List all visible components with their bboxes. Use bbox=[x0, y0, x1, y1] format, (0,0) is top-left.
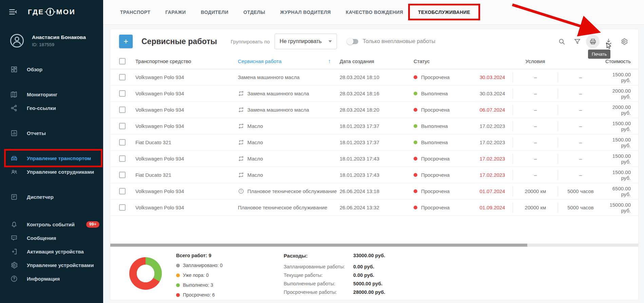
status-cell: Просрочена bbox=[414, 74, 472, 80]
table-row[interactable]: Volkswagen Polo 934Плановое техническое … bbox=[110, 183, 638, 200]
condition-km-cell: – bbox=[513, 170, 558, 180]
main-area: ТРАНСПОРТГАРАЖИВОДИТЕЛИОТДЕЛЫЖУРНАЛ ВОДИ… bbox=[103, 0, 644, 303]
created-cell: 18.01.2023 17:43 bbox=[340, 172, 414, 178]
table-row[interactable]: Volkswagen Polo 934Замена машинного масл… bbox=[110, 102, 638, 118]
sidebar-item-overview[interactable]: Обзор bbox=[0, 62, 103, 76]
row-checkbox[interactable] bbox=[119, 90, 126, 97]
row-checkbox[interactable] bbox=[119, 107, 126, 113]
filter-button[interactable] bbox=[570, 35, 584, 48]
header-created[interactable]: Дата создания bbox=[340, 58, 414, 64]
due-date-cell: 30.03.2024 bbox=[472, 74, 513, 80]
sidebar-item-label: Обзор bbox=[27, 67, 42, 72]
status-label: Выполнена bbox=[421, 91, 448, 96]
table-row[interactable]: Volkswagen Polo 934Плановое техническое … bbox=[110, 200, 638, 216]
cost-cell: 1500.00 руб. bbox=[603, 137, 631, 148]
created-cell: 28.03.2024 18:16 bbox=[340, 91, 414, 96]
tab-departments[interactable]: ОТДЕЛЫ bbox=[236, 10, 272, 15]
settings-button[interactable] bbox=[617, 35, 631, 48]
condition-km-cell: – bbox=[513, 89, 558, 99]
chat-icon bbox=[10, 234, 18, 242]
due-date-cell: 17.02.2023 bbox=[472, 139, 513, 145]
due-date-cell: 17.02.2023 bbox=[472, 156, 513, 162]
map-icon bbox=[10, 91, 18, 98]
header-cost[interactable]: Стоимость bbox=[603, 58, 631, 64]
row-checkbox[interactable] bbox=[119, 74, 126, 80]
expense-row: Текущие работы:0.00 руб. bbox=[284, 272, 385, 278]
table-row[interactable]: Volkswagen Polo 934Масло18.01.2023 17:37… bbox=[110, 118, 638, 134]
sidebar-item-vehicle-management[interactable]: Управление транспортом bbox=[0, 151, 103, 165]
unplanned-only-toggle[interactable]: Только внеплановые работы bbox=[347, 38, 435, 44]
menu-collapse-icon[interactable] bbox=[8, 7, 18, 17]
group-by-select[interactable]: Не группировать bbox=[274, 34, 337, 49]
status-dot-icon bbox=[414, 92, 417, 95]
dispatcher-icon bbox=[10, 193, 18, 201]
maintenance-panel: + Сервисные работы Группировать по Не гр… bbox=[110, 29, 639, 300]
tab-drivers[interactable]: ВОДИТЕЛИ bbox=[193, 10, 236, 15]
status-label: Просрочена bbox=[421, 156, 450, 162]
table-row[interactable]: Fiat Ducato 321Масло18.01.2023 17:43Прос… bbox=[110, 167, 638, 183]
print-button[interactable] bbox=[586, 35, 600, 48]
table-row[interactable]: Volkswagen Polo 934Масло18.01.2023 17:43… bbox=[110, 151, 638, 167]
status-cell: Выполнена bbox=[414, 123, 472, 129]
sidebar-item-event-control[interactable]: Контроль событий99+ bbox=[0, 217, 103, 231]
row-checkbox[interactable] bbox=[119, 139, 126, 146]
sidebar-group: Обзор bbox=[0, 62, 103, 76]
toolbar: + Сервисные работы Группировать по Не гр… bbox=[110, 29, 638, 54]
sidebar-item-information[interactable]: Информация bbox=[0, 272, 103, 285]
sidebar-item-label: Управление устройствами bbox=[27, 262, 94, 268]
scrollbar-thumb[interactable] bbox=[110, 244, 527, 247]
condition-km-cell: – bbox=[513, 137, 558, 148]
table-row[interactable]: Volkswagen Polo 934Замена машинного масл… bbox=[110, 69, 638, 86]
tab-driver-journal[interactable]: ЖУРНАЛ ВОДИТЕЛЯ bbox=[273, 10, 338, 15]
legend-dot-icon bbox=[176, 283, 180, 287]
header-vehicle[interactable]: Транспортное средство bbox=[135, 58, 238, 64]
tab-garages[interactable]: ГАРАЖИ bbox=[158, 10, 193, 15]
avatar-icon bbox=[9, 33, 25, 49]
search-button[interactable] bbox=[555, 35, 568, 48]
user-profile[interactable]: Анастасия Бонакова ID: 187559 bbox=[0, 33, 103, 49]
repeat-icon bbox=[238, 123, 244, 129]
sidebar-item-monitoring[interactable]: Мониторинг bbox=[0, 88, 103, 101]
total-works-label: Всего работ: 9 bbox=[176, 253, 223, 258]
due-date-cell: 30.03.2024 bbox=[472, 91, 513, 96]
created-cell: 28.03.2024 18:10 bbox=[340, 74, 414, 80]
header-service[interactable]: Сервисная работа bbox=[238, 58, 340, 65]
expense-row: Запланированные работы:0.00 руб. bbox=[284, 264, 385, 269]
row-checkbox[interactable] bbox=[119, 172, 126, 178]
sidebar-item-label: Сообщения bbox=[27, 235, 56, 241]
user-name: Анастасия Бонакова bbox=[32, 34, 86, 40]
sidebar-item-geo-links[interactable]: Гео-ссылки bbox=[0, 101, 103, 115]
row-checkbox[interactable] bbox=[119, 188, 126, 194]
row-checkbox[interactable] bbox=[119, 204, 126, 211]
status-dot-icon bbox=[414, 75, 417, 79]
dashboard-icon bbox=[10, 65, 18, 73]
people-icon bbox=[10, 168, 18, 176]
sidebar-item-employee-management[interactable]: Управление сотрудниками bbox=[0, 165, 103, 178]
created-cell: 28.03.2024 18:20 bbox=[340, 107, 414, 113]
repeat-icon bbox=[238, 90, 244, 97]
service-cell: Замена машинного масла bbox=[238, 74, 340, 80]
legend-dot-icon bbox=[176, 273, 180, 277]
horizontal-scrollbar bbox=[110, 244, 638, 247]
sidebar-item-messages[interactable]: Сообщения bbox=[0, 231, 103, 245]
condition-hours-cell: – bbox=[558, 72, 603, 82]
row-checkbox[interactable] bbox=[119, 155, 126, 162]
sidebar-item-dispatcher[interactable]: Диспетчер bbox=[0, 190, 103, 204]
status-cell: Просрочена bbox=[414, 205, 472, 210]
header-conditions[interactable]: Условия bbox=[513, 54, 558, 69]
tab-maintenance[interactable]: ТЕХОБСЛУЖИВАНИЕ bbox=[411, 10, 478, 15]
table-row[interactable]: Volkswagen Polo 934Замена машинного масл… bbox=[110, 86, 638, 102]
row-checkbox[interactable] bbox=[119, 123, 126, 129]
sidebar-item-reports[interactable]: Отчеты bbox=[0, 126, 103, 140]
select-all-checkbox[interactable] bbox=[119, 58, 126, 64]
tab-driving-quality[interactable]: КАЧЕСТВО ВОЖДЕНИЯ bbox=[338, 10, 411, 15]
sidebar-item-device-management[interactable]: Управление устройствами bbox=[0, 258, 103, 272]
status-cell: Выполнена bbox=[414, 91, 472, 96]
condition-km-cell: – bbox=[513, 72, 558, 82]
header-status[interactable]: Статус bbox=[414, 58, 472, 64]
sidebar-item-device-activation[interactable]: Активация устройства bbox=[0, 245, 103, 258]
add-service-work-button[interactable]: + bbox=[119, 35, 133, 48]
tab-transport[interactable]: ТРАНСПОРТ bbox=[113, 10, 158, 15]
table-row[interactable]: Fiat Ducato 321Масло18.01.2023 17:37Выпо… bbox=[110, 134, 638, 151]
due-date-cell: 17.02.2023 bbox=[472, 172, 513, 178]
